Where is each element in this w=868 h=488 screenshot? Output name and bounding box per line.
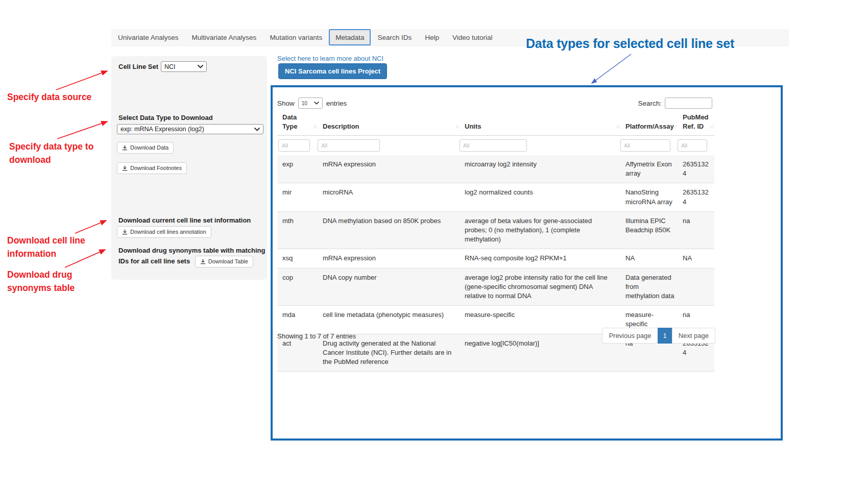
- annotation-specify-data-type: Specify data type to download: [9, 140, 93, 167]
- download-table-label: Download Table: [208, 258, 248, 265]
- table-row: mir microRNA log2 normalized counts Nano…: [277, 183, 714, 211]
- tab-multivariate-analyses[interactable]: Multivariate Analyses: [185, 29, 263, 45]
- drug-synonyms-heading: Download drug synonyms table with matchi…: [118, 246, 266, 267]
- cell-units: RNA-seq composite log2 RPKM+1: [460, 249, 620, 268]
- header-platform-assay[interactable]: Platform/Assay↓↑: [620, 109, 678, 136]
- cell-line-info-heading: Download current cell line set informati…: [118, 216, 251, 224]
- cell-line-set-select[interactable]: NCI: [161, 61, 207, 72]
- annotation-specify-data-source: Specify data source: [7, 91, 91, 104]
- search-input[interactable]: [665, 97, 712, 109]
- data-types-table-panel: Show 10 entries Search: Data Type↓↑ Desc…: [271, 85, 783, 441]
- filter-input-units[interactable]: [460, 139, 527, 152]
- cell-pubmed: na: [678, 211, 714, 249]
- tab-video-tutorial[interactable]: Video tutorial: [446, 29, 499, 45]
- page-size-select[interactable]: 10: [298, 97, 323, 109]
- header-label: Units: [465, 123, 481, 130]
- annotation-heading: Data types for selected cell line set: [526, 36, 734, 51]
- cell-data-type: xsq: [277, 249, 318, 268]
- cell-description: mRNA expression: [318, 249, 460, 268]
- download-data-label: Download Data: [130, 144, 168, 151]
- chevron-down-icon: [314, 102, 319, 105]
- cell-line-set-value: NCI: [164, 63, 176, 70]
- red-arrow-data-source: [56, 71, 107, 90]
- header-label: Platform/Assay: [625, 123, 674, 130]
- red-arrow-cell-line-info: [75, 221, 106, 233]
- tab-univariate-analyses[interactable]: Univariate Analyses: [111, 29, 185, 45]
- tab-search-ids[interactable]: Search IDs: [371, 29, 418, 45]
- annotation-download-drug-synonyms: Download drug synonyms table: [7, 269, 75, 295]
- header-pubmed-ref-id[interactable]: PubMed Ref. ID↓↑: [678, 109, 714, 136]
- download-annotation-label: Download cell lines annotation: [130, 229, 206, 235]
- table-filter-row: [277, 136, 714, 156]
- cell-pubmed: [678, 268, 714, 306]
- header-label: Description: [323, 123, 359, 130]
- page-1-button[interactable]: 1: [658, 328, 672, 344]
- cell-data-type: exp: [277, 155, 318, 183]
- page-size-value: 10: [302, 101, 307, 106]
- filter-input-platform[interactable]: [620, 139, 670, 152]
- red-arrow-data-type: [57, 121, 107, 139]
- tab-help[interactable]: Help: [418, 29, 446, 45]
- cell-units: average of beta values for gene-associat…: [460, 211, 620, 249]
- sort-icon[interactable]: ↓↑: [673, 123, 677, 130]
- cell-data-type: mir: [277, 183, 318, 211]
- cell-units: average log2 probe intensity ratio for t…: [460, 268, 620, 306]
- cell-pubmed: 26351324: [678, 155, 714, 183]
- filter-input-data-type[interactable]: [278, 139, 310, 152]
- cell-pubmed: NA: [678, 249, 714, 268]
- sort-icon[interactable]: ↓↑: [710, 123, 713, 130]
- cell-line-set-row: Cell Line Set NCI: [118, 61, 207, 72]
- chevron-down-icon: [254, 128, 260, 131]
- cell-platform: Data generated from methylation data: [620, 268, 678, 306]
- chevron-down-icon: [198, 65, 203, 68]
- cell-line-set-label: Cell Line Set: [118, 63, 158, 70]
- sort-icon[interactable]: ↓↑: [313, 123, 317, 130]
- table-info: Showing 1 to 7 of 7 entries: [277, 328, 356, 340]
- table-row: mth DNA methylation based on 850K probes…: [277, 211, 714, 249]
- filter-input-description[interactable]: [318, 139, 380, 152]
- sort-icon[interactable]: ↓↑: [616, 123, 619, 130]
- download-table-button[interactable]: Download Table: [195, 256, 253, 267]
- cell-data-type: cop: [277, 268, 318, 306]
- cell-description: DNA copy number: [318, 268, 460, 306]
- cell-platform: NA: [620, 249, 678, 268]
- download-footnotes-label: Download Footnotes: [130, 165, 182, 172]
- show-entries-control: Show 10 entries: [277, 97, 347, 109]
- cell-description: microRNA: [318, 183, 460, 211]
- show-label: Show: [277, 100, 295, 107]
- table-row: xsq mRNA expression RNA-seq composite lo…: [277, 249, 714, 268]
- next-page-button[interactable]: Next page: [672, 328, 715, 344]
- header-units[interactable]: Units↓↑: [460, 109, 620, 136]
- data-type-value: exp: mRNA Expression (log2): [120, 126, 204, 133]
- cell-data-type: mth: [277, 211, 318, 249]
- download-icon: [200, 259, 206, 264]
- table-row: exp mRNA expression microarray log2 inte…: [277, 155, 714, 183]
- header-data-type[interactable]: Data Type↓↑: [277, 109, 318, 136]
- download-icon: [122, 229, 128, 235]
- table-row: cop DNA copy number average log2 probe i…: [277, 268, 714, 306]
- search-label: Search:: [638, 100, 662, 107]
- cell-description: DNA methylation based on 850K probes: [318, 211, 460, 249]
- learn-more-link[interactable]: Select here to learn more about NCI: [277, 55, 383, 62]
- table-header-row: Data Type↓↑ Description↓↑ Units↓↑ Platfo…: [277, 109, 714, 136]
- nci-sarcoma-project-button[interactable]: NCI Sarcoma cell lines Project: [278, 63, 387, 79]
- tab-mutation-variants[interactable]: Mutation variants: [263, 29, 329, 45]
- entries-label: entries: [326, 100, 347, 107]
- data-type-label: Select Data Type to Download: [118, 114, 213, 121]
- previous-page-button[interactable]: Previous page: [602, 328, 658, 344]
- header-label: PubMed Ref. ID: [683, 113, 709, 130]
- download-footnotes-button[interactable]: Download Footnotes: [117, 162, 187, 174]
- cell-pubmed: 26351324: [678, 183, 714, 211]
- sort-icon[interactable]: ↓↑: [455, 123, 459, 130]
- header-label: Data Type: [282, 113, 297, 130]
- search-control: Search:: [638, 97, 712, 109]
- cell-platform: NanoString microRNA array: [620, 183, 678, 211]
- filter-input-pubmed[interactable]: [678, 139, 707, 152]
- header-description[interactable]: Description↓↑: [318, 109, 460, 136]
- data-type-select[interactable]: exp: mRNA Expression (log2): [117, 124, 263, 134]
- download-data-button[interactable]: Download Data: [117, 142, 174, 154]
- blue-arrow-table: [592, 54, 631, 83]
- cell-platform: Illumina EPIC Beadchip 850K: [620, 211, 678, 249]
- download-cell-lines-annotation-button[interactable]: Download cell lines annotation: [117, 226, 211, 238]
- tab-metadata[interactable]: Metadata: [329, 29, 371, 45]
